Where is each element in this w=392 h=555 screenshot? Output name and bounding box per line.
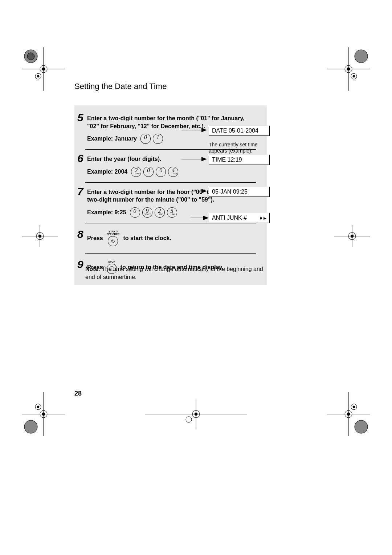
start-icon <box>108 236 118 246</box>
up-down-icon: ▲▼ <box>259 216 263 220</box>
svg-marker-45 <box>201 128 207 132</box>
example-label: Example: January <box>87 135 137 142</box>
svg-point-5 <box>42 68 45 70</box>
keycap: 2ABC <box>131 167 141 177</box>
keycap: 0 <box>130 207 140 218</box>
step-number: 5 <box>77 112 83 124</box>
play-icon: ▶ <box>264 216 266 220</box>
lcd-display: DATE 05-01-2004 <box>209 126 270 136</box>
keycap: 1 <box>153 134 163 144</box>
arrow-icon <box>191 215 209 221</box>
step-number: 9 <box>77 258 83 271</box>
note-prefix: Note: <box>85 266 100 272</box>
step-number: 7 <box>77 185 83 198</box>
svg-marker-47 <box>201 157 207 161</box>
crop-mark-mid-right <box>334 225 370 247</box>
crop-mark-top-left <box>22 47 65 91</box>
svg-marker-49 <box>201 189 207 193</box>
svg-point-10 <box>355 50 368 63</box>
svg-point-22 <box>351 235 354 238</box>
note: Note: The time setting will change autom… <box>85 265 270 281</box>
keycap: 0 <box>143 167 154 177</box>
divider <box>85 223 256 223</box>
svg-marker-51 <box>203 216 209 220</box>
stop-button-label: STOP <box>108 260 115 263</box>
keycap: 0 <box>140 134 151 144</box>
svg-point-14 <box>353 75 355 77</box>
divider <box>85 182 256 183</box>
crop-mark-bottom-right <box>327 392 370 436</box>
svg-point-37 <box>355 420 368 433</box>
crop-mark-bottom-center <box>145 400 247 429</box>
svg-point-27 <box>42 413 45 416</box>
arrow-icon <box>181 156 207 162</box>
svg-point-18 <box>38 235 41 238</box>
arrow-icon <box>181 188 207 194</box>
svg-marker-42 <box>111 239 115 243</box>
keycap: 9WXYZ <box>142 207 152 218</box>
page-title: Setting the Date and Time <box>74 82 167 91</box>
start-button-wrap: START/ SPEICHER <box>107 230 120 246</box>
keycap: 0 <box>156 167 166 177</box>
svg-point-3 <box>27 53 34 60</box>
arrow-icon <box>181 127 207 133</box>
svg-point-39 <box>347 413 350 416</box>
keycap: 4GHI <box>168 167 178 177</box>
svg-point-25 <box>24 420 37 433</box>
page: Setting the Date and Time 5 Enter a two-… <box>0 0 392 555</box>
step-instruction: Press START/ SPEICHER to start the clock… <box>87 230 256 246</box>
divider <box>85 253 256 254</box>
step-number: 6 <box>77 152 83 165</box>
crop-mark-mid-left <box>22 225 58 247</box>
crop-mark-top-right <box>327 47 370 91</box>
svg-point-29 <box>37 406 39 408</box>
lcd-display: 05-JAN 09:25 <box>209 187 270 197</box>
svg-point-7 <box>37 75 39 77</box>
crop-mark-bottom-left <box>22 392 65 436</box>
svg-point-41 <box>353 406 355 408</box>
lcd-display: TIME 12:19 <box>209 155 270 165</box>
svg-point-33 <box>195 413 197 416</box>
example-label: Example: 9:25 <box>87 209 126 216</box>
step-number: 8 <box>77 228 83 240</box>
lcd-display: ANTI JUNK # ▲▼ ▶ <box>209 213 270 223</box>
side-note: The currently set time appears (example)… <box>209 142 270 154</box>
example-label: Example: 2004 <box>87 169 127 175</box>
page-number: 28 <box>74 390 82 397</box>
start-button-label: START/ SPEICHER <box>107 230 120 235</box>
example-row: Example: 2004 2ABC 0 0 4GHI <box>87 167 256 177</box>
svg-point-34 <box>186 417 192 422</box>
note-text: The time setting will change automatical… <box>85 266 263 280</box>
svg-point-12 <box>347 68 350 70</box>
press-label: Press <box>87 234 103 242</box>
keycap: 5JKL <box>167 207 177 218</box>
step-8: 8 Press START/ SPEICHER to start the clo… <box>74 225 267 251</box>
after-label: to start the clock. <box>123 234 171 242</box>
keycap: 2ABC <box>155 207 165 218</box>
